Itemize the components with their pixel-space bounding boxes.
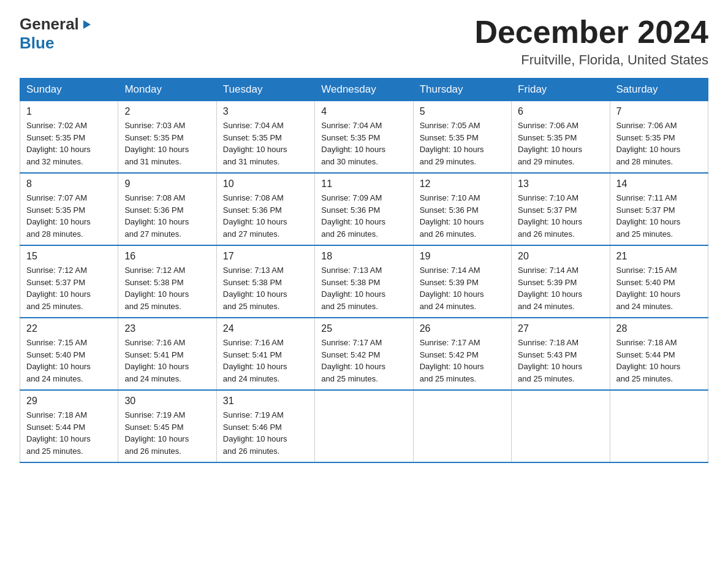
calendar-day-cell: 31Sunrise: 7:19 AMSunset: 5:46 PMDayligh… (216, 390, 314, 462)
day-number: 1 (26, 106, 112, 117)
calendar-day-cell: 28Sunrise: 7:18 AMSunset: 5:44 PMDayligh… (610, 318, 708, 390)
day-info: Sunrise: 7:09 AMSunset: 5:36 PMDaylight:… (321, 192, 406, 240)
calendar-day-cell: 7Sunrise: 7:06 AMSunset: 5:35 PMDaylight… (610, 101, 708, 174)
day-info: Sunrise: 7:05 AMSunset: 5:35 PMDaylight:… (420, 120, 505, 167)
calendar-week-row: 1Sunrise: 7:02 AMSunset: 5:35 PMDaylight… (20, 101, 708, 174)
day-number: 25 (321, 323, 406, 334)
day-number: 2 (124, 106, 210, 117)
day-number: 31 (223, 396, 308, 407)
day-number: 5 (420, 106, 505, 117)
empty-cell (315, 390, 413, 462)
day-info: Sunrise: 7:12 AMSunset: 5:37 PMDaylight:… (26, 264, 112, 312)
empty-cell (413, 390, 511, 462)
day-info: Sunrise: 7:04 AMSunset: 5:35 PMDaylight:… (223, 120, 308, 167)
day-info: Sunrise: 7:06 AMSunset: 5:35 PMDaylight:… (518, 120, 603, 167)
day-number: 11 (321, 178, 406, 190)
day-info: Sunrise: 7:15 AMSunset: 5:40 PMDaylight:… (616, 264, 702, 312)
day-number: 6 (518, 106, 603, 117)
calendar-week-row: 22Sunrise: 7:15 AMSunset: 5:40 PMDayligh… (20, 318, 708, 390)
calendar-day-cell: 26Sunrise: 7:17 AMSunset: 5:42 PMDayligh… (413, 318, 511, 390)
day-info: Sunrise: 7:15 AMSunset: 5:40 PMDaylight:… (26, 337, 112, 385)
calendar-day-cell: 23Sunrise: 7:16 AMSunset: 5:41 PMDayligh… (118, 318, 216, 390)
day-number: 9 (124, 178, 210, 190)
calendar-day-cell: 10Sunrise: 7:08 AMSunset: 5:36 PMDayligh… (216, 173, 314, 245)
weekday-header-thursday: Thursday (413, 79, 511, 101)
calendar-table: SundayMondayTuesdayWednesdayThursdayFrid… (20, 78, 708, 463)
day-number: 7 (616, 106, 702, 117)
calendar-day-cell: 3Sunrise: 7:04 AMSunset: 5:35 PMDaylight… (216, 101, 314, 174)
day-number: 19 (420, 251, 505, 262)
day-number: 13 (518, 178, 603, 190)
calendar-day-cell: 25Sunrise: 7:17 AMSunset: 5:42 PMDayligh… (315, 318, 413, 390)
day-number: 18 (321, 251, 406, 262)
calendar-day-cell: 13Sunrise: 7:10 AMSunset: 5:37 PMDayligh… (512, 173, 610, 245)
day-info: Sunrise: 7:14 AMSunset: 5:39 PMDaylight:… (518, 264, 603, 312)
calendar-day-cell: 9Sunrise: 7:08 AMSunset: 5:36 PMDaylight… (118, 173, 216, 245)
calendar-week-row: 8Sunrise: 7:07 AMSunset: 5:35 PMDaylight… (20, 173, 708, 245)
calendar-day-cell: 22Sunrise: 7:15 AMSunset: 5:40 PMDayligh… (20, 318, 118, 390)
logo-triangle-icon (81, 19, 92, 33)
day-info: Sunrise: 7:08 AMSunset: 5:36 PMDaylight:… (223, 192, 308, 240)
day-info: Sunrise: 7:04 AMSunset: 5:35 PMDaylight:… (321, 120, 406, 167)
day-info: Sunrise: 7:18 AMSunset: 5:44 PMDaylight:… (616, 337, 702, 385)
day-info: Sunrise: 7:06 AMSunset: 5:35 PMDaylight:… (616, 120, 702, 167)
day-info: Sunrise: 7:19 AMSunset: 5:46 PMDaylight:… (223, 409, 308, 457)
day-info: Sunrise: 7:12 AMSunset: 5:38 PMDaylight:… (124, 264, 210, 312)
calendar-day-cell: 24Sunrise: 7:16 AMSunset: 5:41 PMDayligh… (216, 318, 314, 390)
day-number: 28 (616, 323, 702, 334)
svg-marker-0 (83, 20, 91, 29)
day-info: Sunrise: 7:07 AMSunset: 5:35 PMDaylight:… (26, 192, 112, 240)
day-number: 22 (26, 323, 112, 334)
calendar-day-cell: 20Sunrise: 7:14 AMSunset: 5:39 PMDayligh… (512, 245, 610, 318)
weekday-header-tuesday: Tuesday (216, 79, 314, 101)
empty-cell (512, 390, 610, 462)
day-number: 23 (124, 323, 210, 334)
day-number: 14 (616, 178, 702, 190)
weekday-header-sunday: Sunday (20, 79, 118, 101)
day-number: 8 (26, 178, 112, 190)
day-info: Sunrise: 7:16 AMSunset: 5:41 PMDaylight:… (124, 337, 210, 385)
calendar-day-cell: 8Sunrise: 7:07 AMSunset: 5:35 PMDaylight… (20, 173, 118, 245)
calendar-day-cell: 12Sunrise: 7:10 AMSunset: 5:36 PMDayligh… (413, 173, 511, 245)
day-number: 15 (26, 251, 112, 262)
weekday-header-wednesday: Wednesday (315, 79, 413, 101)
logo-general-text: General (20, 15, 79, 34)
day-info: Sunrise: 7:13 AMSunset: 5:38 PMDaylight:… (223, 264, 308, 312)
calendar-day-cell: 2Sunrise: 7:03 AMSunset: 5:35 PMDaylight… (118, 101, 216, 174)
day-info: Sunrise: 7:13 AMSunset: 5:38 PMDaylight:… (321, 264, 406, 312)
day-number: 24 (223, 323, 308, 334)
logo: General Blue (20, 15, 92, 53)
weekday-header-monday: Monday (118, 79, 216, 101)
day-info: Sunrise: 7:16 AMSunset: 5:41 PMDaylight:… (223, 337, 308, 385)
day-info: Sunrise: 7:10 AMSunset: 5:36 PMDaylight:… (420, 192, 505, 240)
calendar-day-cell: 5Sunrise: 7:05 AMSunset: 5:35 PMDaylight… (413, 101, 511, 174)
day-number: 26 (420, 323, 505, 334)
day-info: Sunrise: 7:17 AMSunset: 5:42 PMDaylight:… (420, 337, 505, 385)
weekday-header-row: SundayMondayTuesdayWednesdayThursdayFrid… (20, 79, 708, 101)
day-number: 30 (124, 396, 210, 407)
day-number: 29 (26, 396, 112, 407)
logo-blue-text: Blue (20, 34, 54, 52)
page-header: General Blue December 2024 Fruitville, F… (20, 15, 708, 68)
calendar-day-cell: 1Sunrise: 7:02 AMSunset: 5:35 PMDaylight… (20, 101, 118, 174)
calendar-day-cell: 11Sunrise: 7:09 AMSunset: 5:36 PMDayligh… (315, 173, 413, 245)
day-info: Sunrise: 7:18 AMSunset: 5:44 PMDaylight:… (26, 409, 112, 457)
calendar-day-cell: 29Sunrise: 7:18 AMSunset: 5:44 PMDayligh… (20, 390, 118, 462)
calendar-day-cell: 21Sunrise: 7:15 AMSunset: 5:40 PMDayligh… (610, 245, 708, 318)
calendar-week-row: 15Sunrise: 7:12 AMSunset: 5:37 PMDayligh… (20, 245, 708, 318)
calendar-day-cell: 18Sunrise: 7:13 AMSunset: 5:38 PMDayligh… (315, 245, 413, 318)
calendar-day-cell: 16Sunrise: 7:12 AMSunset: 5:38 PMDayligh… (118, 245, 216, 318)
day-number: 3 (223, 106, 308, 117)
day-number: 20 (518, 251, 603, 262)
calendar-week-row: 29Sunrise: 7:18 AMSunset: 5:44 PMDayligh… (20, 390, 708, 462)
calendar-title: December 2024 (474, 15, 708, 50)
day-number: 27 (518, 323, 603, 334)
calendar-day-cell: 19Sunrise: 7:14 AMSunset: 5:39 PMDayligh… (413, 245, 511, 318)
calendar-day-cell: 14Sunrise: 7:11 AMSunset: 5:37 PMDayligh… (610, 173, 708, 245)
day-info: Sunrise: 7:10 AMSunset: 5:37 PMDaylight:… (518, 192, 603, 240)
day-number: 17 (223, 251, 308, 262)
title-block: December 2024 Fruitville, Florida, Unite… (474, 15, 708, 68)
calendar-day-cell: 15Sunrise: 7:12 AMSunset: 5:37 PMDayligh… (20, 245, 118, 318)
calendar-day-cell: 4Sunrise: 7:04 AMSunset: 5:35 PMDaylight… (315, 101, 413, 174)
day-info: Sunrise: 7:08 AMSunset: 5:36 PMDaylight:… (124, 192, 210, 240)
